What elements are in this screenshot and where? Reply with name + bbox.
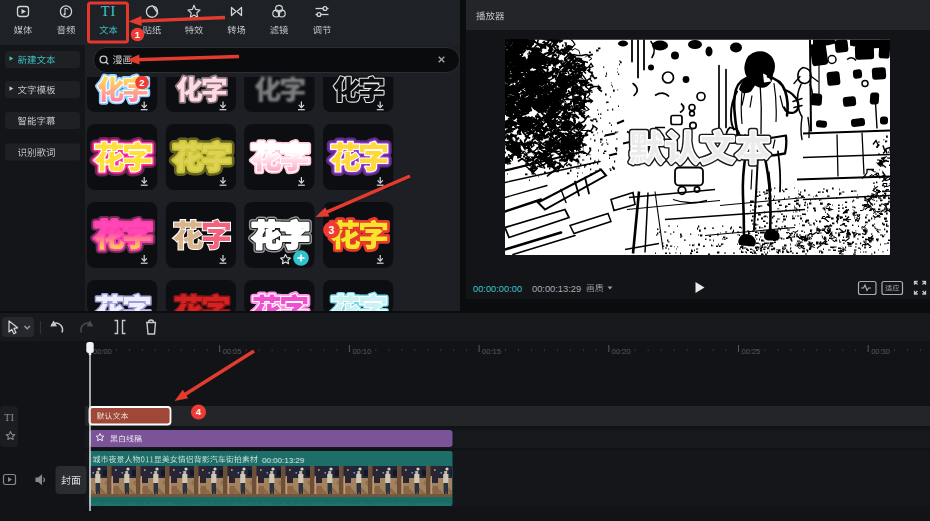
svg-text:00:00: 00:00 [93,347,112,356]
svg-text:00:10: 00:10 [352,347,371,356]
svg-text:00:30: 00:30 [871,347,890,356]
svg-text:00:15: 00:15 [482,347,501,356]
svg-text:00:20: 00:20 [612,347,631,356]
svg-text:2: 2 [139,77,144,88]
svg-text:3: 3 [329,224,335,236]
svg-text:1: 1 [135,29,141,40]
svg-text:00:00:13:29: 00:00:13:29 [532,284,581,294]
svg-text:4: 4 [196,406,202,417]
svg-text:00:00:13:29: 00:00:13:29 [262,456,305,465]
svg-text:00:05: 00:05 [223,347,242,356]
svg-text:00:00:00:00: 00:00:00:00 [473,284,522,294]
svg-text:TI: TI [4,412,14,423]
svg-text:TI: TI [101,3,117,19]
svg-text:00:25: 00:25 [742,347,761,356]
